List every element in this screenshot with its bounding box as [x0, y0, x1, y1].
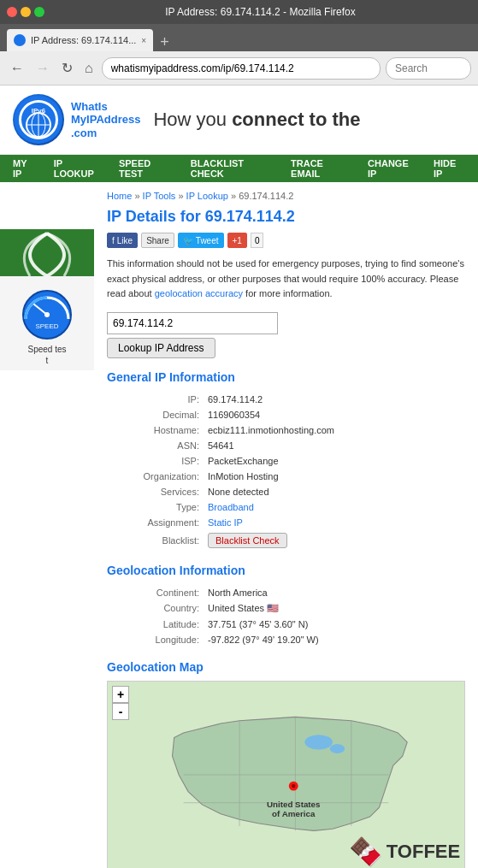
- asn-label: ASN:: [109, 439, 203, 452]
- logo-area: IPv6 WhatIs MyIPAddress .com: [13, 94, 140, 145]
- table-row: Longitude: -97.822 (97° 49' 19.20" W): [109, 633, 463, 647]
- toffee-text: TOFFEE: [387, 841, 460, 863]
- org-value: InMotion Hosting: [204, 469, 463, 483]
- hostname-value: ecbiz111.inmotionhosting.com: [204, 423, 463, 437]
- breadcrumb: Home » IP Tools » IP Lookup » 69.174.114…: [107, 191, 465, 201]
- forward-button[interactable]: →: [32, 59, 53, 78]
- toffee-logo: 🍫 TOFFEE: [349, 836, 460, 868]
- geolocation-info-table: Continent: North America Country: United…: [107, 584, 465, 648]
- longitude-label: Longitude:: [109, 633, 203, 647]
- tab-close-icon[interactable]: ×: [141, 36, 146, 45]
- table-row: Hostname: ecbiz111.inmotionhosting.com: [109, 423, 463, 437]
- tweet-button[interactable]: 🐦 Tweet: [178, 233, 224, 248]
- type-label: Type:: [109, 500, 203, 514]
- continent-label: Continent:: [109, 586, 203, 599]
- search-input[interactable]: [386, 57, 471, 80]
- country-label: Country:: [109, 601, 203, 616]
- zoom-in-button[interactable]: +: [112, 686, 129, 703]
- window-controls: [7, 7, 44, 17]
- org-label: Organization:: [109, 469, 203, 483]
- new-tab-button[interactable]: +: [156, 33, 173, 51]
- address-bar: ← → ↻ ⌂: [0, 51, 478, 86]
- left-sidebar: SPEED Speed test: [0, 182, 94, 868]
- svg-text:SPEED: SPEED: [35, 322, 58, 330]
- svg-point-2: [27, 113, 50, 137]
- geolocation-link[interactable]: geolocation accuracy: [155, 288, 243, 298]
- speed-test-label: Speed test: [4, 344, 90, 366]
- nav-trace-email[interactable]: TRACE EMAIL: [282, 155, 359, 182]
- table-row: IP: 69.174.114.2: [109, 393, 463, 406]
- map-section-header: Geolocation Map: [107, 660, 465, 674]
- svg-point-0: [15, 96, 62, 144]
- nav-bar: MY IP IP LOOKUP SPEED TEST BLACKLIST CHE…: [0, 155, 478, 182]
- table-row: Organization: InMotion Hosting: [109, 469, 463, 483]
- table-row: Continent: North America: [109, 586, 463, 599]
- ip-value: 69.174.114.2: [204, 393, 463, 406]
- ip-label: IP:: [109, 393, 203, 406]
- browser-content: IPv6 WhatIs MyIPAddress .com How you con…: [0, 86, 478, 868]
- services-label: Services:: [109, 485, 203, 499]
- svg-point-8: [44, 312, 50, 317]
- breadcrumb-ip-tools[interactable]: IP Tools: [143, 191, 176, 201]
- hostname-label: Hostname:: [109, 423, 203, 437]
- longitude-value: -97.822 (97° 49' 19.20" W): [204, 633, 463, 647]
- info-text: This information should not be used for …: [107, 257, 465, 302]
- decimal-value: 1169060354: [204, 408, 463, 422]
- svg-point-19: [292, 784, 295, 788]
- facebook-like-button[interactable]: f Like: [107, 233, 138, 248]
- table-row: Services: None detected: [109, 485, 463, 499]
- asn-value: 54641: [204, 439, 463, 452]
- tab-favicon: [14, 34, 26, 46]
- nav-my-ip[interactable]: MY IP: [4, 155, 45, 182]
- fb-icon: f: [112, 236, 115, 245]
- assignment-value: Static IP: [204, 516, 463, 529]
- lookup-button[interactable]: Lookup IP Address: [107, 338, 215, 358]
- svg-text:IPv6: IPv6: [32, 107, 46, 115]
- speed-test-widget[interactable]: SPEED Speed test: [0, 276, 94, 370]
- table-row: Latitude: 37.751 (37° 45' 3.60" N): [109, 617, 463, 631]
- svg-point-11: [304, 735, 333, 749]
- nav-speed-test[interactable]: SPEED TEST: [110, 155, 182, 182]
- ip-input-area: Lookup IP Address: [107, 312, 465, 358]
- svg-text:United States: United States: [267, 800, 321, 809]
- close-button[interactable]: [7, 7, 17, 17]
- minimize-button[interactable]: [21, 7, 31, 17]
- toffee-overlay: 🍫 TOFFEE: [345, 791, 464, 868]
- content-area: SPEED Speed test Home » IP Tools » IP Lo…: [0, 182, 478, 868]
- assignment-link[interactable]: Static IP: [208, 517, 243, 528]
- svg-point-5: [32, 113, 45, 137]
- blacklist-label: Blacklist:: [109, 531, 203, 550]
- nav-ip-lookup[interactable]: IP LOOKUP: [45, 155, 110, 182]
- blacklist-check-button[interactable]: Blacklist Check: [208, 533, 287, 548]
- back-button[interactable]: ←: [7, 59, 27, 78]
- main-content: Home » IP Tools » IP Lookup » 69.174.114…: [94, 182, 478, 868]
- share-button[interactable]: Share: [141, 233, 174, 248]
- home-button[interactable]: ⌂: [81, 59, 97, 78]
- nav-blacklist[interactable]: BLACKLIST CHECK: [182, 155, 282, 182]
- address-input[interactable]: [102, 57, 381, 80]
- gplus-button[interactable]: +1: [227, 233, 247, 248]
- logo-icon: IPv6: [13, 94, 64, 145]
- breadcrumb-ip-lookup[interactable]: IP Lookup: [186, 191, 228, 201]
- zoom-out-button[interactable]: -: [112, 703, 129, 720]
- browser-tab[interactable]: IP Address: 69.174.114... ×: [7, 29, 153, 51]
- type-link[interactable]: Broadband: [208, 502, 254, 512]
- breadcrumb-home[interactable]: Home: [107, 191, 132, 201]
- breadcrumb-current: 69.174.114.2: [239, 191, 293, 201]
- table-row: Country: United States 🇺🇸: [109, 601, 463, 616]
- tab-bar: IP Address: 69.174.114... × +: [0, 24, 478, 51]
- site-header: IPv6 WhatIs MyIPAddress .com How you con…: [0, 86, 478, 155]
- nav-hide-ip[interactable]: HIDE IP: [425, 155, 474, 182]
- ip-address-input[interactable]: [107, 312, 278, 334]
- isp-label: ISP:: [109, 454, 203, 468]
- general-info-table: IP: 69.174.114.2 Decimal: 1169060354 Hos…: [107, 391, 465, 552]
- latitude-value: 37.751 (37° 45' 3.60" N): [204, 617, 463, 631]
- refresh-button[interactable]: ↻: [58, 58, 76, 78]
- titlebar: IP Address: 69.174.114.2 - Mozilla Firef…: [0, 0, 478, 24]
- type-value: Broadband: [204, 500, 463, 514]
- nav-change-ip[interactable]: CHANGE IP: [359, 155, 425, 182]
- table-row: Blacklist: Blacklist Check: [109, 531, 463, 550]
- map-zoom-controls: + -: [112, 686, 129, 720]
- geolocation-map[interactable]: + -: [107, 681, 465, 868]
- maximize-button[interactable]: [34, 7, 44, 17]
